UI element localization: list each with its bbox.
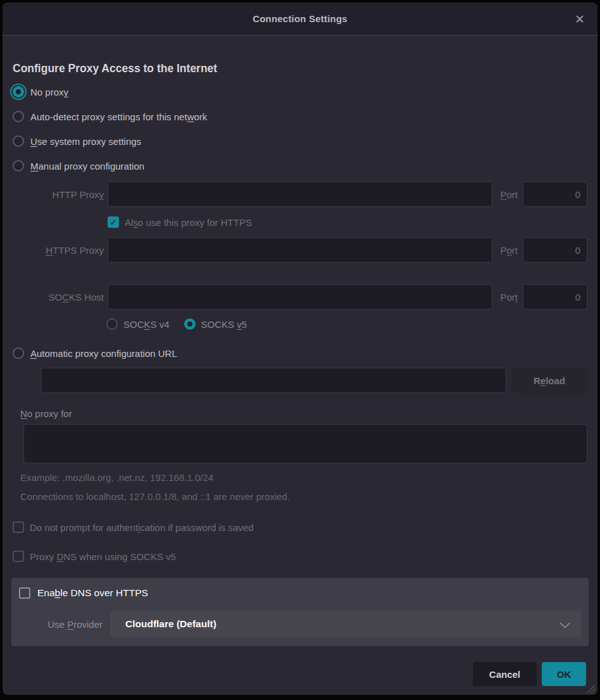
access-key: e	[541, 375, 546, 386]
resize-grip[interactable]	[585, 684, 595, 693]
access-key: w	[187, 111, 194, 122]
http-proxy-label: HTTP Proxy	[13, 189, 104, 200]
access-key: A	[30, 348, 37, 359]
access-key: P	[67, 619, 73, 630]
proxy-dns-checkbox[interactable]	[13, 551, 24, 562]
provider-dropdown[interactable]: Cloudflare (Default)	[110, 611, 581, 637]
access-key: o	[506, 245, 511, 256]
label-text: Al	[125, 217, 133, 228]
access-key: s	[133, 217, 138, 228]
also-https-label[interactable]: Also use this proxy for HTTPS	[125, 217, 252, 228]
http-proxy-row: HTTP Proxy Port	[13, 182, 587, 207]
provider-row: Use Provider Cloudflare (Default)	[19, 611, 581, 637]
page-title: Configure Proxy Access to the Internet	[13, 62, 587, 75]
enable-doh-label[interactable]: Enable DNS over HTTPS	[37, 587, 148, 599]
radio-auto-detect[interactable]	[13, 111, 24, 122]
label-text: o use this proxy for HTTPS	[138, 217, 252, 228]
radio-label-socks-v5[interactable]: SOCKS v5	[201, 319, 247, 330]
label-text: ork	[194, 111, 207, 122]
label-text: o proxy for	[27, 408, 72, 419]
enable-doh-row: Enable DNS over HTTPS	[19, 585, 581, 601]
socks-port-input[interactable]	[523, 284, 587, 309]
mode-row-auto-detect: Auto-detect proxy settings for this netw…	[13, 108, 587, 125]
no-proxy-for-label: No proxy for	[20, 408, 587, 419]
mode-row-auto-url: Automatic proxy configuration URL	[13, 345, 587, 361]
radio-system-proxy[interactable]	[13, 135, 24, 147]
access-key: N	[20, 408, 27, 419]
auto-url-row: Reload	[41, 368, 587, 393]
https-port-label: Port	[500, 245, 518, 256]
radio-no-proxy[interactable]	[13, 86, 24, 97]
radio-socks-v4[interactable]	[106, 318, 118, 330]
close-icon[interactable]: ✕	[571, 10, 589, 28]
reload-button[interactable]: Reload	[511, 368, 587, 393]
socks-host-input[interactable]	[108, 284, 492, 309]
label-text: Use	[47, 619, 67, 630]
label-text: Auto-detect proxy settings for this net	[30, 111, 187, 122]
label-text: Ena	[37, 587, 55, 598]
auth-prompt-label[interactable]: Do not prompt for authentication if pass…	[30, 522, 254, 533]
radio-label-system-proxy[interactable]: Use system proxy settings	[30, 136, 141, 147]
radio-manual-proxy[interactable]	[13, 160, 24, 172]
https-proxy-input[interactable]	[108, 237, 492, 263]
access-key: P	[500, 189, 506, 200]
label-text: utomatic proxy configuration URL	[37, 348, 177, 359]
dialog-title: Connection Settings	[253, 13, 347, 24]
dialog-footer: Cancel OK	[3, 653, 597, 695]
mode-row-no-proxy: No proxy	[13, 84, 587, 100]
proxy-dns-row: Proxy DNS when using SOCKS v5	[13, 549, 587, 564]
http-port-label: Port	[500, 189, 518, 200]
label-text: SOCKS	[201, 319, 237, 330]
mode-row-system-proxy: Use system proxy settings	[13, 133, 587, 149]
http-proxy-input[interactable]	[108, 182, 492, 207]
localhost-note: Connections to localhost, 127.0.0.1/8, a…	[20, 491, 587, 502]
radio-label-socks-v4[interactable]: SOCKS v4	[123, 319, 170, 330]
label-text: Do not prompt for authent	[30, 522, 138, 533]
access-key: t	[515, 292, 518, 303]
label-text: NS when using SOCKS v5	[63, 551, 176, 562]
no-proxy-for-textarea[interactable]	[23, 424, 587, 463]
also-https-checkbox[interactable]: ✓	[108, 216, 119, 228]
auth-prompt-row: Do not prompt for authentication if pass…	[13, 520, 587, 535]
auth-prompt-checkbox[interactable]	[13, 522, 24, 533]
label-text: rt	[512, 245, 518, 256]
access-key: U	[30, 136, 37, 147]
titlebar: Connection Settings ✕	[3, 3, 597, 35]
https-proxy-row: HTTPS Proxy Port	[13, 237, 587, 263]
https-port-input[interactable]	[523, 237, 587, 263]
example-text: Example: .mozilla.org, .net.nz, 192.168.…	[20, 472, 587, 483]
radio-label-auto-detect[interactable]: Auto-detect proxy settings for this netw…	[30, 111, 207, 122]
also-https-row: ✓ Also use this proxy for HTTPS	[108, 215, 587, 230]
label-text: SOC	[123, 319, 144, 330]
radio-label-auto-url[interactable]: Automatic proxy configuration URL	[30, 348, 177, 359]
socks-port-label: Port	[500, 292, 518, 303]
label-text: ort	[506, 189, 518, 200]
proxy-dns-label[interactable]: Proxy DNS when using SOCKS v5	[30, 551, 176, 562]
socks-host-label: SOCKS Host	[13, 292, 104, 303]
radio-socks-v5[interactable]	[184, 318, 196, 330]
auto-url-input[interactable]	[41, 368, 506, 393]
access-key: K	[144, 319, 151, 330]
provider-label: Use Provider	[19, 619, 103, 630]
label-text: anual proxy configuration	[39, 161, 145, 172]
access-key: b	[55, 587, 61, 598]
label-text: se system proxy settings	[37, 136, 141, 147]
access-key: v	[237, 319, 242, 330]
label-text: No prox	[30, 87, 64, 97]
radio-auto-url[interactable]	[13, 347, 24, 359]
radio-label-manual-proxy[interactable]: Manual proxy configuration	[30, 161, 144, 172]
label-text: Proxy	[30, 551, 57, 562]
cancel-button[interactable]: Cancel	[473, 662, 537, 686]
label-text: le DNS over HTTPS	[60, 587, 148, 598]
http-port-input[interactable]	[523, 182, 587, 207]
label-text: KS Host	[69, 292, 104, 303]
dialog-content: Configure Proxy Access to the Internet N…	[3, 35, 597, 653]
ok-button[interactable]: OK	[542, 662, 586, 686]
radio-label-no-proxy[interactable]: No proxy	[30, 87, 68, 97]
socks-version-row: SOCKS v4 SOCKS v5	[106, 317, 587, 331]
label-text: SO	[48, 292, 62, 303]
label-text: Por	[500, 292, 515, 303]
connection-settings-dialog: Connection Settings ✕ Configure Proxy Ac…	[3, 3, 597, 695]
label-text: S v4	[151, 319, 170, 330]
enable-doh-checkbox[interactable]	[19, 587, 30, 599]
